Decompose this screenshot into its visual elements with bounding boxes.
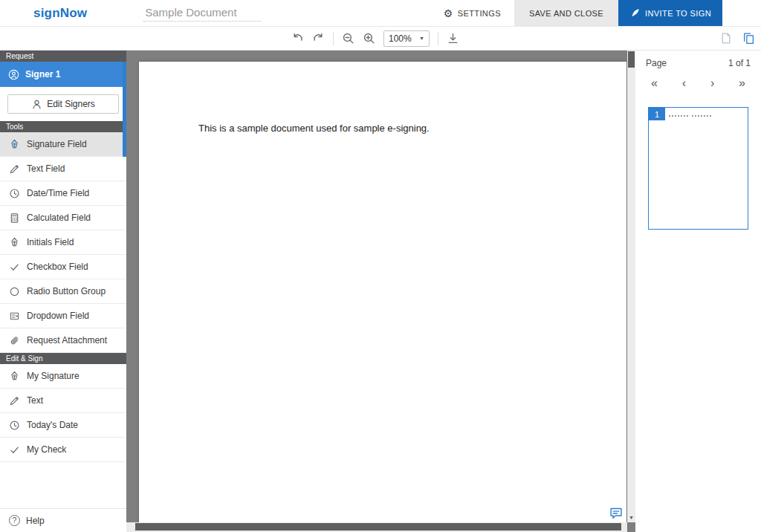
next-page-icon[interactable]: › <box>710 77 714 90</box>
pages-panel: Page 1 of 1 « ‹ › » 1 <box>635 51 761 532</box>
scroll-down-button[interactable]: ▾ <box>627 513 635 522</box>
vertical-scrollbar-thumb[interactable] <box>628 51 635 68</box>
gear-icon: ⚙ <box>444 8 453 19</box>
tool-label: Dropdown Field <box>27 311 89 321</box>
page-navigation: « ‹ › » <box>646 77 751 90</box>
tool-date-time-field[interactable]: Date/Time Field <box>0 181 126 206</box>
tool-label: Text <box>27 395 43 406</box>
toolbar-separator <box>438 32 438 45</box>
calculator-icon <box>9 213 20 224</box>
tool-signature-field[interactable]: Signature Field <box>0 132 126 157</box>
pen-nib-icon <box>9 237 20 248</box>
tool-radio-button-group[interactable]: Radio Button Group <box>0 279 126 304</box>
tool-initials-field[interactable]: Initials Field <box>0 230 126 255</box>
quill-pen-icon <box>629 7 641 19</box>
last-page-icon[interactable]: » <box>739 77 745 90</box>
save-and-close-button[interactable]: SAVE AND CLOSE <box>514 0 618 26</box>
app-header: signNow Sample Document ⚙ SETTINGS SAVE … <box>0 0 761 27</box>
document-body-text: This is a sample document used for sampl… <box>198 123 430 134</box>
editor-toolbar: 100% ▼ <box>0 27 761 51</box>
thumbnail-text-line <box>669 115 688 117</box>
document-title-field[interactable]: Sample Document <box>143 5 261 22</box>
page-number-badge: 1 <box>649 108 665 120</box>
page-count: 1 of 1 <box>728 58 751 68</box>
invite-to-sign-label: INVITE TO SIGN <box>645 9 711 18</box>
paperclip-icon <box>9 335 20 346</box>
tool-checkbox-field[interactable]: Checkbox Field <box>0 255 126 279</box>
dropdown-list-icon <box>9 311 20 322</box>
tool-label: My Check <box>27 444 66 455</box>
thumbnail-text-preview <box>669 115 711 117</box>
signer-avatar-icon <box>8 69 19 80</box>
tool-dropdown-field[interactable]: Dropdown Field <box>0 304 126 328</box>
pen-nib-icon <box>9 371 20 382</box>
undo-icon[interactable] <box>291 32 304 45</box>
vertical-scrollbar[interactable]: ▾ <box>627 51 635 522</box>
pencil-icon <box>9 163 20 175</box>
tool-my-signature[interactable]: My Signature <box>0 364 126 389</box>
tool-label: Signature Field <box>27 139 87 149</box>
first-page-icon[interactable]: « <box>651 77 658 90</box>
edit-signers-area: Edit Signers <box>0 87 126 121</box>
tool-label: Today's Date <box>27 420 78 430</box>
clock-icon <box>9 188 20 199</box>
pencil-icon <box>9 395 20 406</box>
signer-color-strip <box>123 62 126 157</box>
question-mark-icon: ? <box>9 515 20 526</box>
thumbnail-text-line <box>692 115 711 117</box>
settings-label: SETTINGS <box>458 9 501 18</box>
toolbar-right-group <box>719 27 755 50</box>
editor-content: Request Signer 1 Edit Signers Tools Sign… <box>0 51 761 532</box>
clock-icon <box>9 420 20 431</box>
page-thumbnails-panel-icon[interactable] <box>742 32 755 45</box>
zoom-out-icon[interactable] <box>342 32 354 45</box>
zoom-level-select[interactable]: 100% ▼ <box>383 30 430 47</box>
checkmark-icon <box>9 444 20 455</box>
help-button[interactable]: ? Help <box>0 508 126 532</box>
tool-label: My Signature <box>27 371 80 381</box>
document-canvas: This is a sample document used for sampl… <box>126 51 635 532</box>
tool-todays-date[interactable]: Today's Date <box>0 413 126 438</box>
edit-signers-label: Edit Signers <box>47 99 95 109</box>
horizontal-scrollbar[interactable] <box>126 522 627 532</box>
signnow-logo: signNow <box>33 6 87 21</box>
page-count-row: Page 1 of 1 <box>646 58 751 68</box>
edit-signers-button[interactable]: Edit Signers <box>7 94 119 114</box>
tool-label: Radio Button Group <box>27 286 106 296</box>
tool-calculated-field[interactable]: Calculated Field <box>0 206 126 230</box>
tool-my-text[interactable]: Text <box>0 389 126 413</box>
document-page[interactable]: This is a sample document used for sampl… <box>139 62 626 532</box>
tool-my-check[interactable]: My Check <box>0 438 126 462</box>
toolbar-separator <box>333 32 334 45</box>
header-actions: ⚙ SETTINGS SAVE AND CLOSE INVITE TO SIGN <box>430 0 722 26</box>
section-header-edit-sign: Edit & Sign <box>0 353 126 364</box>
page-thumbnail[interactable]: 1 <box>648 107 748 230</box>
tool-request-attachment[interactable]: Request Attachment <box>0 328 126 353</box>
tools-sidebar: Request Signer 1 Edit Signers Tools Sign… <box>0 51 126 532</box>
settings-button[interactable]: ⚙ SETTINGS <box>430 0 514 26</box>
section-header-tools: Tools <box>0 121 126 132</box>
redo-icon[interactable] <box>312 32 325 45</box>
help-label: Help <box>26 516 45 526</box>
horizontal-scrollbar-thumb[interactable] <box>135 523 621 531</box>
download-icon[interactable] <box>447 32 459 45</box>
feedback-chat-icon[interactable] <box>609 506 624 520</box>
tool-label: Date/Time Field <box>27 188 89 198</box>
tool-label: Checkbox Field <box>27 262 88 272</box>
document-preview-icon[interactable] <box>719 32 732 45</box>
chevron-down-icon: ▼ <box>419 36 424 41</box>
checkmark-icon <box>9 262 20 273</box>
signer-1-item[interactable]: Signer 1 <box>0 62 126 87</box>
page-label: Page <box>646 58 667 68</box>
tool-label: Text Field <box>27 163 65 174</box>
signer-1-label: Signer 1 <box>25 69 60 80</box>
save-and-close-label: SAVE AND CLOSE <box>529 9 603 18</box>
tool-text-field[interactable]: Text Field <box>0 157 126 181</box>
invite-to-sign-button[interactable]: INVITE TO SIGN <box>618 0 722 26</box>
tool-label: Calculated Field <box>27 213 91 223</box>
person-icon <box>31 99 42 110</box>
tool-label: Request Attachment <box>27 335 107 346</box>
previous-page-icon[interactable]: ‹ <box>682 77 686 90</box>
toolbar-center-group: 100% ▼ <box>291 30 459 47</box>
zoom-in-icon[interactable] <box>363 32 375 45</box>
